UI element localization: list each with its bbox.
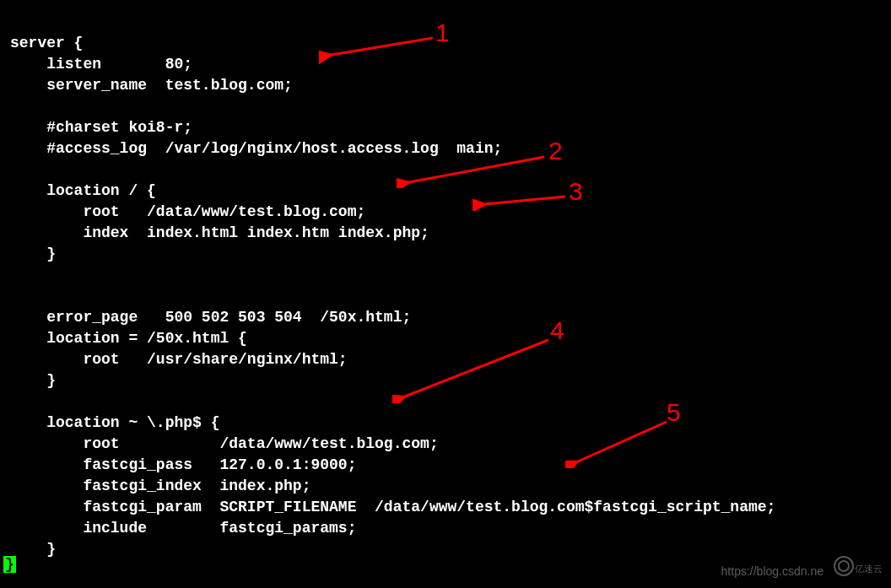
- code-line: #charset koi8-r;: [10, 119, 192, 136]
- code-line: error_page 500 502 503 504 /50x.html;: [10, 309, 411, 326]
- code-line: index index.html index.htm index.php;: [10, 224, 429, 241]
- code-line: fastcgi_index index.php;: [10, 477, 310, 494]
- code-line: include fastcgi_params;: [10, 520, 356, 537]
- code-line: fastcgi_pass 127.0.0.1:9000;: [10, 456, 356, 473]
- code-line: location ~ \.php$ {: [10, 414, 219, 431]
- nginx-config-code: server { listen 80; server_name test.blo…: [0, 0, 891, 572]
- code-line: #access_log /var/log/nginx/host.access.l…: [10, 140, 502, 157]
- code-line: }: [10, 372, 56, 389]
- code-line: root /data/www/test.blog.com;: [10, 435, 439, 452]
- code-line: server_name test.blog.com;: [10, 77, 293, 94]
- code-line: root /usr/share/nginx/html;: [10, 351, 348, 368]
- watermark-url: https://blog.csdn.ne: [721, 564, 824, 578]
- code-line: fastcgi_param SCRIPT_FILENAME /data/www/…: [10, 499, 775, 515]
- code-line: location / {: [10, 182, 156, 199]
- code-line: root /data/www/test.blog.com;: [10, 203, 365, 220]
- logo-circle-icon: [834, 556, 854, 576]
- code-line: listen 80;: [10, 56, 192, 73]
- closing-brace-highlighted: }: [3, 556, 16, 573]
- watermark-logo: 亿速云: [834, 556, 884, 581]
- code-line: }: [10, 245, 56, 262]
- code-line: server {: [10, 35, 83, 51]
- logo-text: 亿速云: [855, 563, 883, 575]
- code-line: }: [10, 541, 56, 558]
- code-line: location = /50x.html {: [10, 330, 247, 347]
